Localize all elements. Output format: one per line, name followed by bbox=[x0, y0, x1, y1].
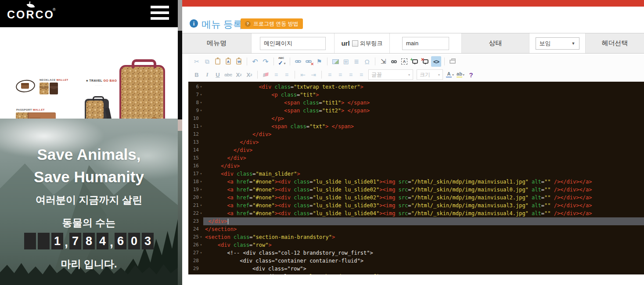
redo-icon[interactable]: ↷ bbox=[261, 56, 270, 67]
source-button[interactable]: <> bbox=[431, 56, 441, 67]
align-center-icon[interactable]: ≡ bbox=[335, 69, 345, 80]
size-dropdown[interactable]: 크기▾ bbox=[417, 69, 443, 80]
undo-icon[interactable]: ↶ bbox=[250, 56, 260, 67]
align-justify-icon[interactable]: ≡ bbox=[356, 69, 366, 80]
code-line-29[interactable]: 29<div class="row"> bbox=[188, 265, 644, 273]
underline-icon[interactable]: U bbox=[213, 69, 223, 80]
code-line-6[interactable]: 6▾<div class="txtwrap text-center"> bbox=[188, 83, 644, 91]
external-link-label: 외부링크 bbox=[360, 40, 383, 47]
code-line-24[interactable]: 24</section> bbox=[188, 225, 644, 233]
code-line-7[interactable]: 7▾<p class="tit"> bbox=[188, 91, 644, 99]
image-icon[interactable] bbox=[331, 56, 340, 67]
bg-color-icon[interactable]: ab▾ bbox=[456, 69, 465, 80]
code-line-23[interactable]: 23</div> bbox=[188, 217, 644, 225]
find-replace-icon[interactable] bbox=[389, 56, 399, 67]
add-comment-icon[interactable]: + bbox=[410, 56, 420, 67]
passport-wallet-label: PASSPORT WALLET bbox=[16, 108, 45, 111]
code-line-27[interactable]: 27▾<!-- <div class="col-12 brandstory_ro… bbox=[188, 249, 644, 257]
counter-comma: , bbox=[109, 233, 114, 249]
code-line-14[interactable]: 14</div> bbox=[188, 146, 644, 154]
counter-digit-box bbox=[38, 233, 50, 249]
corco-logo[interactable]: CORCO ® bbox=[7, 2, 64, 25]
brand-name: CORCO bbox=[7, 8, 54, 21]
code-line-22[interactable]: 22▾<a href="#none"><div class="lu_slide … bbox=[188, 209, 644, 217]
text-color-icon[interactable]: A▾ bbox=[445, 69, 455, 80]
align-right-icon[interactable]: ≡ bbox=[346, 69, 356, 80]
code-line-19[interactable]: 19▾<a href="#none"><div class="lu_slide … bbox=[188, 186, 644, 194]
indent-icon[interactable]: ⇥ bbox=[309, 69, 318, 80]
spellcheck-icon[interactable]: ABC✓▾ bbox=[277, 56, 287, 67]
code-line-17[interactable]: 17▾<div class="main_slider"> bbox=[188, 170, 644, 178]
code-line-13[interactable]: 13</div> bbox=[188, 138, 644, 146]
counter-digit-box: 6 bbox=[115, 233, 126, 249]
table-icon[interactable]: ⊞ bbox=[341, 56, 351, 67]
font-dropdown[interactable]: 글꼴▾ bbox=[368, 69, 413, 80]
necklace-wallet-label: NECKLACE WALLET bbox=[40, 79, 68, 81]
code-line-20[interactable]: 20▾<a href="#none"><div class="lu_slide … bbox=[188, 194, 644, 202]
unlink-icon[interactable]: ✕ bbox=[304, 56, 313, 67]
code-line-18[interactable]: 18▾<a href="#none"><div class="lu_slide … bbox=[188, 178, 644, 186]
paste-word-icon[interactable]: W bbox=[234, 56, 244, 67]
bold-icon[interactable]: B bbox=[192, 69, 201, 80]
external-link-checkbox[interactable] bbox=[352, 40, 358, 47]
code-line-16[interactable]: 16</div> bbox=[188, 162, 644, 170]
hero-caption: 마리 입니다. bbox=[0, 257, 178, 271]
toolbar-row-2: B I U abc X2 X2 ≡ ≡ ⇤ ⇥ ≡ ≡ ≡ ≡ 글꼴▾ 크기▾ bbox=[192, 68, 476, 81]
subscript-icon[interactable]: X2 bbox=[234, 69, 244, 80]
header-select-label: 헤더선택 bbox=[586, 33, 644, 53]
outdent-icon[interactable]: ⇤ bbox=[298, 69, 308, 80]
brown-wallet-image bbox=[50, 83, 58, 94]
url-input[interactable] bbox=[402, 37, 449, 50]
code-line-26[interactable]: 26▾<div class="row"> bbox=[188, 241, 644, 249]
code-line-28[interactable]: 28<div class="container container-fluid"… bbox=[188, 257, 644, 265]
animal-counter: 1,784,603 bbox=[0, 233, 178, 249]
menu-name-label: 메뉴명 bbox=[182, 33, 252, 53]
print-icon[interactable] bbox=[448, 56, 457, 67]
numbered-list-icon[interactable]: ≡ bbox=[271, 69, 281, 80]
code-line-15[interactable]: 15</div> bbox=[188, 154, 644, 162]
paste-text-icon[interactable]: A bbox=[223, 56, 233, 67]
counter-digit-box bbox=[24, 233, 36, 249]
counter-digit-box: 0 bbox=[128, 233, 140, 249]
hero-subtitle-line1: 여러분이 지금까지 살린 bbox=[0, 193, 178, 207]
code-line-30[interactable]: 30<div class="col-12 brandstory_row_firs… bbox=[188, 273, 644, 274]
editor-toolbar: ✂ ⧉ A W ↶ ↷ ABC✓▾ ✕ ⚑ ⊞ ≣ Ω ⇲ bbox=[188, 55, 644, 82]
strikethrough-icon[interactable]: abc bbox=[223, 69, 233, 80]
align-left-icon[interactable]: ≡ bbox=[325, 69, 335, 80]
italic-icon[interactable]: I bbox=[202, 69, 212, 80]
top-red-bar bbox=[182, 0, 644, 7]
remove-format-icon[interactable] bbox=[261, 69, 270, 80]
status-select[interactable]: 보임 ▼ bbox=[536, 37, 579, 50]
special-char-icon[interactable]: Ω bbox=[362, 56, 372, 67]
cut-icon[interactable]: ✂ bbox=[192, 56, 201, 67]
menu-name-input[interactable] bbox=[260, 37, 326, 50]
code-line-25[interactable]: 25▾<section class="section-main-brandsto… bbox=[188, 233, 644, 241]
horizontal-line-icon[interactable]: ≣ bbox=[352, 56, 361, 67]
remove-comment-icon[interactable]: ✕ bbox=[421, 56, 430, 67]
program-link-help-button[interactable]: ? 프로그램 연동 방법 bbox=[241, 18, 303, 29]
hero-banner: Save Animals, Save Humanity 여러분이 지금까지 살린… bbox=[0, 119, 178, 285]
product-slide[interactable]: NECKLACE WALLET PASSPORT WALLET ♣ TRAVEL… bbox=[0, 27, 178, 119]
superscript-icon[interactable]: X2 bbox=[245, 69, 254, 80]
paste-icon[interactable] bbox=[213, 56, 223, 67]
travel-sub-label: · · · · bbox=[96, 84, 103, 87]
source-code-area[interactable]: 6▾<div class="txtwrap text-center">7▾<p … bbox=[188, 82, 644, 274]
about-icon[interactable]: ? bbox=[466, 69, 476, 80]
select-all-icon[interactable]: A bbox=[399, 56, 409, 67]
maximize-icon[interactable]: ⇲ bbox=[378, 56, 388, 67]
code-line-12[interactable]: 12</div> bbox=[188, 130, 644, 138]
code-line-21[interactable]: 21▾<a href="#none"><div class="lu_slide … bbox=[188, 202, 644, 209]
code-line-11[interactable]: 11▾<span class="txt"> </span> bbox=[188, 123, 644, 130]
code-line-10[interactable]: 10</p> bbox=[188, 115, 644, 123]
menu-icon[interactable] bbox=[151, 6, 169, 22]
bulleted-list-icon[interactable]: ≡ bbox=[282, 69, 291, 80]
anchor-flag-icon[interactable]: ⚑ bbox=[314, 56, 324, 67]
site-header: CORCO ® bbox=[0, 0, 178, 27]
hero-title-line2: Save Humanity bbox=[0, 168, 178, 186]
counter-digit-box: 1 bbox=[51, 233, 63, 249]
copy-icon[interactable]: ⧉ bbox=[202, 56, 212, 67]
registered-mark: ® bbox=[53, 7, 56, 12]
link-icon[interactable] bbox=[293, 56, 303, 67]
code-line-9[interactable]: 9▾<span class="tit2"> </span> bbox=[188, 107, 644, 115]
code-line-8[interactable]: 8▾<span class="tit1"> </span> bbox=[188, 99, 644, 107]
